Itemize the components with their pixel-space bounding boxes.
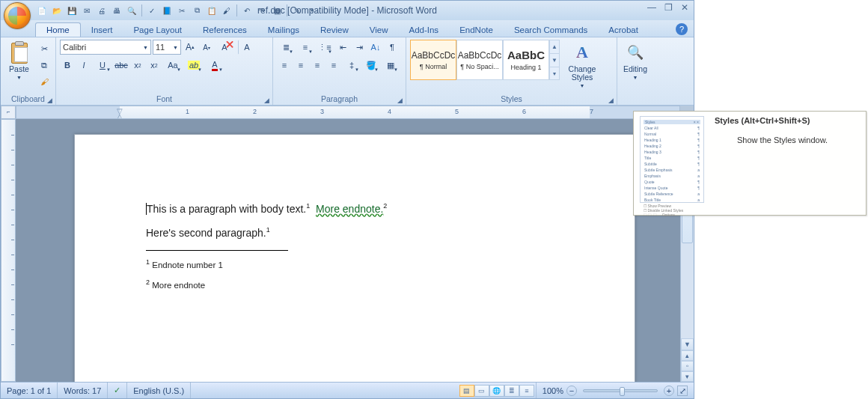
underline-button[interactable]: U▼ bbox=[93, 58, 112, 73]
zoom-out-button[interactable]: − bbox=[566, 386, 577, 396]
ruler-corner[interactable]: ⌐ bbox=[1, 106, 16, 119]
font-family-combo[interactable]: Calibri▼ bbox=[60, 40, 151, 55]
tab-references[interactable]: References bbox=[192, 23, 257, 37]
prev-page-button[interactable]: ▴ bbox=[681, 350, 694, 361]
status-words[interactable]: Words: 17 bbox=[58, 383, 108, 398]
tab-acrobat[interactable]: Acrobat bbox=[598, 23, 649, 37]
scroll-down-button[interactable]: ▼ bbox=[681, 338, 694, 350]
format-painter-button[interactable]: 🖌 bbox=[37, 74, 52, 89]
style-normal[interactable]: AaBbCcDc ¶ Normal bbox=[410, 40, 456, 80]
document-area[interactable]: This is a paragraph with body text.1 Mor… bbox=[16, 119, 694, 382]
horizontal-ruler[interactable]: ▽ △ 1 2 3 4 5 6 7 bbox=[16, 106, 680, 119]
grow-font-button[interactable]: A▴ bbox=[183, 40, 198, 55]
sort-button[interactable]: A↓ bbox=[368, 40, 383, 55]
align-left-button[interactable]: ≡ bbox=[277, 58, 292, 73]
paragraph-1[interactable]: This is a paragraph with body text.1 Mor… bbox=[146, 202, 563, 216]
qat-print-icon[interactable]: 🖨 bbox=[95, 4, 109, 17]
endnote-link[interactable]: More endnote. bbox=[316, 203, 383, 215]
change-case-button[interactable]: Aa▼ bbox=[163, 58, 183, 73]
strike-button[interactable]: abc bbox=[114, 58, 129, 73]
zoom-knob[interactable] bbox=[620, 387, 625, 396]
align-right-button[interactable]: ≡ bbox=[310, 58, 325, 73]
tab-page-layout[interactable]: Page Layout bbox=[123, 23, 192, 37]
next-page-button[interactable]: ▾ bbox=[681, 371, 694, 382]
font-size-combo[interactable]: 11▼ bbox=[153, 40, 181, 55]
clear-formatting-button[interactable]: A❌ bbox=[216, 40, 233, 55]
multilevel-button[interactable]: ⋮≡▼ bbox=[316, 40, 334, 55]
office-button[interactable] bbox=[4, 2, 31, 29]
help-icon[interactable]: ? bbox=[676, 23, 688, 35]
subscript-button[interactable]: x2 bbox=[130, 58, 145, 73]
paragraph-launcher[interactable]: ◢ bbox=[395, 95, 404, 104]
line-spacing-button[interactable]: ‡▼ bbox=[343, 58, 361, 73]
qat-open-icon[interactable]: 📂 bbox=[50, 4, 64, 17]
qat-preview-icon[interactable]: 🔍 bbox=[125, 4, 138, 17]
hanging-indent-icon[interactable]: △ bbox=[117, 112, 123, 119]
show-marks-button[interactable]: ¶ bbox=[385, 40, 400, 55]
view-outline[interactable]: ≣ bbox=[504, 385, 519, 397]
tab-addins[interactable]: Add-Ins bbox=[398, 23, 449, 37]
qat-paste-icon[interactable]: 📋 bbox=[205, 4, 218, 17]
bold-button[interactable]: B bbox=[60, 58, 75, 73]
status-language[interactable]: English (U.S.) bbox=[127, 383, 191, 398]
decrease-indent-button[interactable]: ⇤ bbox=[335, 40, 350, 55]
tab-search-commands[interactable]: Search Commands bbox=[504, 23, 598, 37]
font-color-button[interactable]: A▼ bbox=[205, 58, 224, 73]
qat-format-painter-icon[interactable]: 🖌 bbox=[220, 4, 233, 17]
change-styles-button[interactable]: A Change Styles ▼ bbox=[563, 40, 602, 88]
vertical-ruler[interactable] bbox=[1, 119, 16, 382]
shrink-font-button[interactable]: A▾ bbox=[199, 40, 214, 55]
browse-object-button[interactable]: ◦ bbox=[681, 361, 694, 371]
tab-home[interactable]: Home bbox=[35, 22, 81, 37]
character-border-button[interactable]: A bbox=[238, 40, 256, 55]
shading-button[interactable]: 🪣▼ bbox=[362, 58, 380, 73]
zoom-slider[interactable] bbox=[583, 389, 658, 392]
copy-button[interactable]: ⧉ bbox=[37, 58, 52, 73]
view-full-screen[interactable]: ▭ bbox=[474, 385, 489, 397]
endnote-1[interactable]: 1 Endnote number 1 bbox=[146, 258, 563, 271]
clipboard-launcher[interactable]: ◢ bbox=[45, 95, 54, 104]
increase-indent-button[interactable]: ⇥ bbox=[352, 40, 367, 55]
paragraph-2[interactable]: Here's second paragraph.1 bbox=[146, 226, 563, 240]
numbering-button[interactable]: ≡▼ bbox=[296, 40, 314, 55]
tab-insert[interactable]: Insert bbox=[81, 23, 123, 37]
bullets-button[interactable]: ≣▼ bbox=[277, 40, 295, 55]
justify-button[interactable]: ≡ bbox=[326, 58, 341, 73]
view-web[interactable]: 🌐 bbox=[489, 385, 504, 397]
paste-button[interactable]: Paste ▼ bbox=[4, 40, 34, 80]
superscript-button[interactable]: x2 bbox=[147, 58, 162, 73]
close-button[interactable]: ✕ bbox=[679, 3, 691, 13]
style-heading1[interactable]: AaBbC Heading 1 bbox=[503, 40, 549, 80]
italic-button[interactable]: I bbox=[76, 58, 91, 73]
status-page[interactable]: Page: 1 of 1 bbox=[1, 383, 58, 398]
qat-quickprint-icon[interactable]: 🖶 bbox=[110, 4, 123, 17]
endnote-2[interactable]: 2 More endnote bbox=[146, 278, 563, 291]
styles-launcher[interactable]: ◢ bbox=[606, 95, 615, 104]
tab-review[interactable]: Review bbox=[310, 23, 359, 37]
scroll-down-icon[interactable]: ▼ bbox=[550, 54, 559, 67]
highlight-button[interactable]: ab▼ bbox=[184, 58, 204, 73]
align-center-button[interactable]: ≡ bbox=[293, 58, 308, 73]
qat-undo-icon[interactable]: ↶ bbox=[240, 4, 254, 17]
borders-button[interactable]: ▦▼ bbox=[382, 58, 400, 73]
view-draft[interactable]: ≡ bbox=[519, 385, 534, 397]
qat-spelling-icon[interactable]: ✓ bbox=[145, 4, 159, 17]
zoom-fit-button[interactable]: ⤢ bbox=[677, 386, 688, 396]
style-gallery-scroll[interactable]: ▲ ▼ ▾ bbox=[549, 40, 560, 80]
status-proofing[interactable]: ✓ bbox=[108, 383, 127, 398]
expand-gallery-icon[interactable]: ▾ bbox=[550, 67, 559, 80]
tab-mailings[interactable]: Mailings bbox=[257, 23, 310, 37]
zoom-in-button[interactable]: + bbox=[664, 386, 674, 396]
qat-new-icon[interactable]: 📄 bbox=[35, 4, 49, 17]
qat-cut-icon[interactable]: ✂ bbox=[175, 4, 189, 17]
page[interactable]: This is a paragraph with body text.1 Mor… bbox=[74, 134, 635, 382]
minimize-button[interactable]: — bbox=[646, 3, 658, 13]
tab-endnote[interactable]: EndNote bbox=[449, 23, 504, 37]
tab-view[interactable]: View bbox=[359, 23, 399, 37]
view-print-layout[interactable]: ▤ bbox=[459, 385, 474, 397]
qat-save-icon[interactable]: 💾 bbox=[65, 4, 79, 17]
font-launcher[interactable]: ◢ bbox=[262, 95, 271, 104]
style-no-spacing[interactable]: AaBbCcDc ¶ No Spaci... bbox=[456, 40, 503, 80]
qat-mail-icon[interactable]: ✉ bbox=[80, 4, 94, 17]
editing-button[interactable]: 🔍 Editing ▼ bbox=[621, 40, 650, 80]
